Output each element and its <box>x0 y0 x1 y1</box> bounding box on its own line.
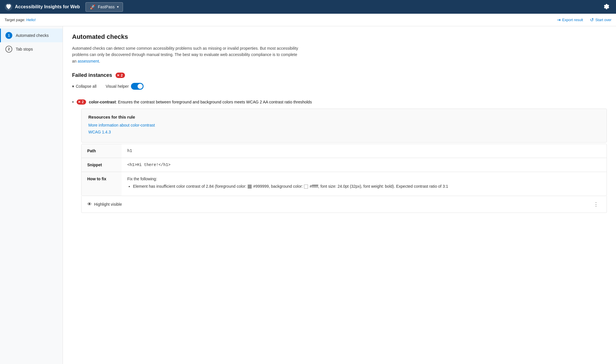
subheader-actions: ⇥ Export result ↺ Start over <box>557 17 611 23</box>
snippet-value: <h1>Hi there!</h1> <box>122 158 607 172</box>
more-options-button[interactable]: ⋮ <box>591 200 601 209</box>
x-icon: ✕ <box>117 73 120 77</box>
rule-title: color-contrast: Ensures the contrast bet… <box>89 100 312 104</box>
export-icon: ⇥ <box>557 17 561 23</box>
snippet-label: Snippet <box>82 158 122 172</box>
step-badge-2: 2 <box>5 46 12 53</box>
resources-title: Resources for this rule <box>88 115 600 119</box>
failed-count-badge: ✕ 2 <box>116 73 125 78</box>
collapse-all-button[interactable]: ▾ Collapse all <box>72 84 96 89</box>
description: Automated checks can detect some common … <box>72 45 301 64</box>
fix-list: Element has insufficient color contrast … <box>127 183 601 189</box>
chevron-down-icon: ▾ <box>72 84 74 89</box>
fix-list-item: Element has insufficient color contrast … <box>133 183 601 189</box>
fix-value: Fix the following: Element has insuffici… <box>122 172 607 196</box>
sidebar-item-automated-checks[interactable]: 1 Automated checks <box>0 29 63 42</box>
refresh-icon: ↺ <box>590 17 594 23</box>
content-area: Automated checks Automated checks can de… <box>63 26 616 364</box>
resource-link-0[interactable]: More information about color-contrast <box>88 123 600 127</box>
export-result-button[interactable]: ⇥ Export result <box>557 17 583 23</box>
resource-link-1[interactable]: WCAG 1.4.3 <box>88 130 600 134</box>
instance-card: Path h1 Snippet <h1>Hi there!</h1> How t… <box>81 144 607 196</box>
target-page: Target page: Hello! <box>5 18 36 22</box>
x-icon-rule: ✕ <box>78 100 81 104</box>
topbar: Accessibility Insights for Web 🚀 FastPas… <box>0 0 616 14</box>
highlight-visible-button[interactable]: 👁 Highlight visible <box>87 202 122 207</box>
visual-helper-toggle-container: Visual helper <box>106 83 144 90</box>
logo-icon <box>5 3 13 11</box>
fastpass-icon: 🚀 <box>90 4 96 10</box>
rule-row[interactable]: ▾ ✕ 2 color-contrast: Ensures the contra… <box>72 97 607 107</box>
sidebar-label-tab-stops: Tab stops <box>16 47 33 51</box>
subheader: Target page: Hello! ⇥ Export result ↺ St… <box>0 14 616 26</box>
highlight-footer: 👁 Highlight visible ⋮ <box>81 196 607 213</box>
foreground-color-swatch <box>248 185 252 189</box>
sidebar-label-automated-checks: Automated checks <box>16 33 49 38</box>
path-label: Path <box>82 144 122 158</box>
background-color-swatch <box>304 185 308 189</box>
rule-chevron-icon: ▾ <box>72 100 74 104</box>
chevron-down-icon: ▾ <box>117 5 119 9</box>
page-title: Automated checks <box>72 33 607 41</box>
how-to-fix-row: How to fix Fix the following: Element ha… <box>82 172 607 196</box>
main-layout: 1 Automated checks 2 Tab stops Automated… <box>0 26 616 364</box>
failed-instances-title: Failed instances <box>72 72 112 78</box>
visual-helper-toggle[interactable] <box>131 83 144 90</box>
target-page-link[interactable]: Hello! <box>26 18 36 22</box>
failed-instances-header: Failed instances ✕ 2 <box>72 72 607 78</box>
eye-icon: 👁 <box>87 202 92 207</box>
fix-intro: Fix the following: <box>127 177 601 181</box>
more-icon: ⋮ <box>593 201 599 207</box>
app-logo: Accessibility Insights for Web <box>5 3 80 11</box>
fastpass-dropdown[interactable]: 🚀 FastPass ▾ <box>86 2 123 12</box>
settings-button[interactable] <box>601 1 611 13</box>
step-badge-1: 1 <box>5 32 12 39</box>
rule-count-badge: ✕ 2 <box>77 99 86 105</box>
path-row: Path h1 <box>82 144 607 158</box>
snippet-row: Snippet <h1>Hi there!</h1> <box>82 158 607 172</box>
controls-row: ▾ Collapse all Visual helper <box>72 83 607 90</box>
resources-card: Resources for this rule More information… <box>81 109 607 143</box>
sidebar: 1 Automated checks 2 Tab stops <box>0 26 63 364</box>
path-value: h1 <box>122 144 607 158</box>
gear-icon <box>603 4 609 9</box>
fix-label: How to fix <box>82 172 122 196</box>
start-over-button[interactable]: ↺ Start over <box>590 17 611 23</box>
assessment-link[interactable]: assessment <box>78 59 99 63</box>
sidebar-item-tab-stops[interactable]: 2 Tab stops <box>0 42 63 56</box>
